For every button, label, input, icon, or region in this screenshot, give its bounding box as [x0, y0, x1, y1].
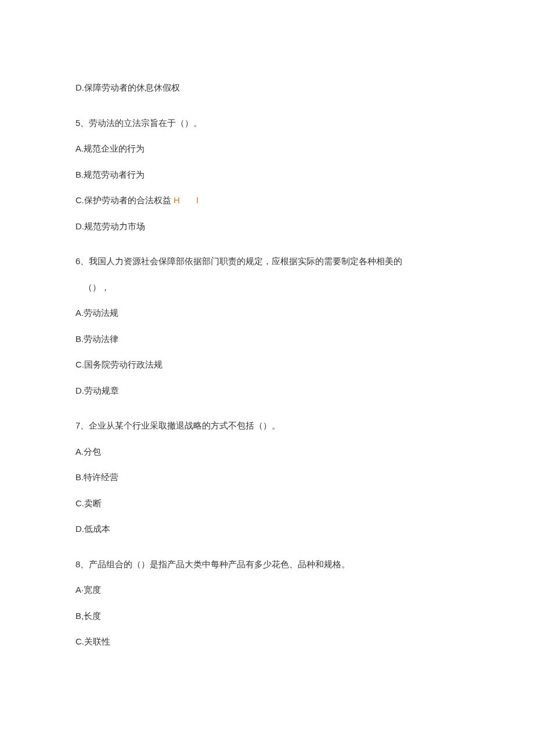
q8-option-c: C.关联性: [75, 635, 459, 649]
q8-option-a: A·宽度: [75, 584, 459, 597]
q8-stem: 8、产品组合的（）是指产品大类中每种产品有多少花色、品种和规格。: [75, 558, 459, 571]
q7-option-b: B.特许经营: [75, 471, 459, 484]
q5-stem: 5、劳动法的立法宗旨在于（）。: [75, 117, 459, 130]
q6-stem-line2: （），: [75, 281, 459, 294]
q5-option-b: B.规范劳动者行为: [75, 168, 459, 182]
q7-option-c: C.卖断: [75, 497, 459, 510]
q5-option-c: C.保护劳动者的合法权益H I: [75, 194, 459, 207]
q5-option-a: A.规范企业的行为: [75, 142, 459, 156]
q7-option-a: A.分包: [75, 445, 459, 459]
q5-option-d: D.规范劳动力市场: [75, 220, 459, 233]
q5-option-c-marks: H I: [174, 195, 205, 205]
q7-stem: 7、企业从某个行业采取撤退战略的方式不包括（）。: [75, 419, 459, 433]
q4-option-d: D.保障劳动者的休息休假权: [75, 81, 459, 95]
q6-option-a: A.劳动法规: [75, 307, 459, 320]
q6-option-d: D.劳动规章: [75, 384, 459, 398]
q7-option-d: D.低成本: [75, 523, 459, 536]
q6-option-c: C.国务院劳动行政法规: [75, 358, 459, 372]
q5-option-c-text: C.保护劳动者的合法权益: [75, 195, 171, 205]
q8-option-b: B,长度: [75, 610, 459, 623]
q6-option-b: B.劳动法律: [75, 333, 459, 346]
q6-stem-line1: 6、我国人力资源社会保障部依据部门职责的规定，应根据实际的需要制定各种相美的: [75, 255, 459, 268]
